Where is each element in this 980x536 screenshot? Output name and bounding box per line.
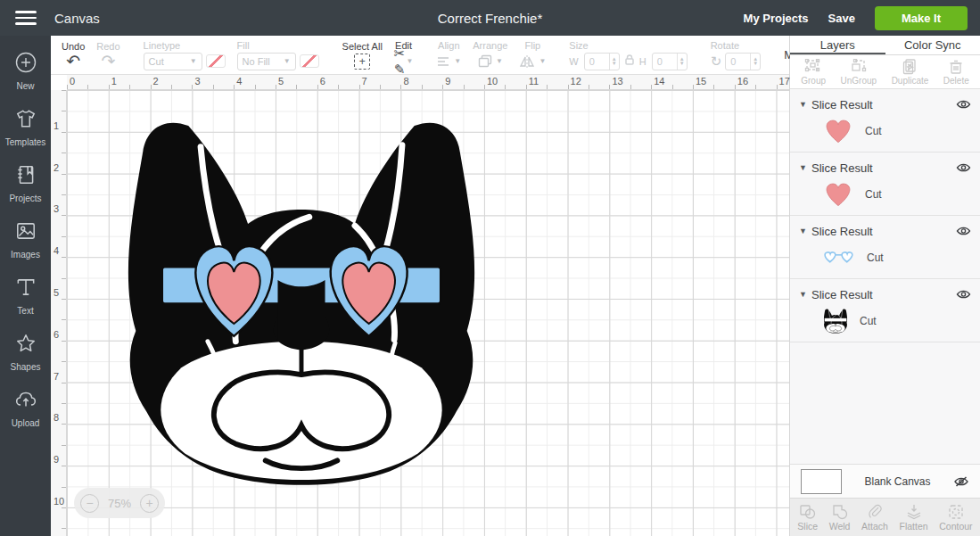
layer-group-header[interactable]: ▼ Slice Result	[790, 221, 980, 241]
ruler-number: 1	[54, 120, 59, 131]
ruler-number: 13	[612, 76, 622, 87]
fill-select[interactable]: No Fill▼	[237, 53, 296, 70]
ruler-number: 12	[571, 76, 581, 87]
fill-color-swatch[interactable]	[300, 54, 319, 68]
chevron-down-icon[interactable]: ▼	[799, 100, 811, 109]
contour-icon	[948, 504, 964, 520]
height-input[interactable]: 0▲▼	[652, 53, 688, 70]
tab-layers[interactable]: Layers	[790, 36, 885, 54]
layer-item-cut[interactable]: Cut	[790, 304, 980, 338]
sidebar-item-templates[interactable]: Templates	[0, 101, 51, 154]
ruler-number: 6	[54, 329, 59, 340]
sidebar-item-text[interactable]: Text	[0, 269, 51, 323]
ruler-number: 8	[403, 76, 408, 87]
edit-button[interactable]: Edit ✂✎▼	[394, 40, 414, 70]
rotate-group: Rotate ↻ 0▲▼	[711, 40, 762, 70]
vertical-ruler: 12345678910	[51, 90, 67, 536]
ruler-number: 17	[779, 76, 790, 87]
align-icon	[436, 55, 450, 68]
make-it-button[interactable]: Make It	[875, 6, 968, 30]
sidebar-item-shapes[interactable]: Shapes	[0, 326, 51, 379]
undo-button[interactable]: Undo ↶	[62, 41, 85, 70]
contour-button[interactable]: Contour	[939, 504, 972, 532]
ruler-number: 7	[362, 76, 367, 87]
linetype-group: Linetype Cut▼	[144, 40, 226, 70]
top-bar: Canvas Correct Frenchie* My Projects Sav…	[0, 0, 980, 36]
notebook-icon	[14, 163, 37, 190]
ruler-number: 4	[54, 245, 59, 256]
slice-button[interactable]: Slice	[797, 504, 818, 532]
ruler-number: 15	[696, 76, 706, 87]
size-group: Size W 0▲▼ H 0▲▼	[569, 40, 687, 70]
ruler-number: 2	[153, 76, 159, 87]
linetype-color-swatch[interactable]	[206, 54, 226, 68]
ruler-number: 9	[54, 454, 59, 465]
visibility-eye-icon[interactable]	[956, 289, 971, 300]
width-input[interactable]: 0▲▼	[584, 53, 620, 70]
frenchie-artwork[interactable]	[103, 120, 500, 485]
layer-group-header[interactable]: ▼ Slice Result	[790, 95, 980, 114]
flip-button[interactable]: Flip ▼	[519, 40, 546, 70]
weld-icon	[831, 504, 849, 520]
layer-group-4: ▼ Slice Result Cut	[790, 279, 980, 342]
align-button[interactable]: Align ▼	[436, 40, 461, 70]
ruler-number: 5	[54, 287, 59, 298]
visibility-eye-icon[interactable]	[956, 226, 971, 236]
rotate-input[interactable]: 0▲▼	[725, 53, 761, 70]
save-button[interactable]: Save	[828, 12, 855, 25]
upload-cloud-icon	[14, 388, 37, 415]
sidebar-item-upload[interactable]: Upload	[0, 382, 51, 435]
combine-toolbar: Slice Weld Attach Flatten Contour	[790, 498, 980, 536]
tab-color-sync[interactable]: Color Sync	[885, 36, 980, 54]
stepper-icon[interactable]: ▲▼	[609, 54, 619, 70]
duplicate-button[interactable]: Duplicate	[892, 59, 929, 86]
select-all-icon: +	[354, 54, 370, 70]
layer-item-cut[interactable]: Cut	[790, 241, 980, 275]
zoom-out-button[interactable]: −	[80, 494, 99, 513]
arrange-button[interactable]: Arrange ▼	[473, 40, 507, 70]
layer-group-1: ▼ Slice Result Cut	[790, 89, 980, 153]
layer-item-cut[interactable]: Cut	[790, 177, 980, 211]
redo-button[interactable]: Redo ↷	[96, 41, 119, 70]
flip-icon	[519, 55, 535, 68]
sidebar-item-new[interactable]: New	[0, 45, 51, 98]
stepper-icon[interactable]: ▲▼	[677, 54, 687, 70]
lock-icon[interactable]	[623, 54, 636, 70]
flatten-button[interactable]: Flatten	[900, 504, 928, 532]
ungroup-button[interactable]: UnGroup	[841, 59, 877, 86]
tshirt-icon	[14, 107, 37, 134]
ungroup-icon	[850, 59, 868, 75]
sidebar-item-projects[interactable]: Projects	[0, 157, 51, 210]
blank-canvas-row[interactable]: Blank Canvas	[790, 464, 980, 498]
layer-group-header[interactable]: ▼ Slice Result	[790, 158, 980, 177]
ruler-number: 4	[236, 76, 242, 87]
zoom-in-button[interactable]: +	[140, 494, 159, 513]
select-all-button[interactable]: Select All +	[342, 41, 383, 70]
visibility-eye-icon[interactable]	[956, 99, 971, 110]
visibility-eye-off-icon[interactable]	[953, 475, 969, 488]
stepper-icon[interactable]: ▲▼	[750, 54, 760, 70]
ruler-number: 10	[487, 76, 498, 87]
chevron-down-icon[interactable]: ▼	[799, 290, 811, 299]
layer-group-3: ▼ Slice Result Cut	[790, 216, 980, 279]
weld-button[interactable]: Weld	[829, 504, 851, 532]
group-button[interactable]: Group	[801, 59, 826, 86]
chevron-down-icon: ▼	[284, 57, 291, 65]
layer-item-cut[interactable]: Cut	[790, 114, 980, 148]
star-icon	[14, 332, 37, 359]
linetype-select[interactable]: Cut▼	[144, 53, 202, 70]
attach-button[interactable]: Attach	[861, 504, 888, 532]
design-canvas[interactable]	[67, 90, 789, 536]
delete-button[interactable]: Delete	[943, 59, 969, 86]
menu-icon[interactable]	[0, 7, 51, 29]
ruler-number: 0	[70, 76, 75, 87]
flatten-icon	[905, 504, 923, 520]
chevron-down-icon[interactable]: ▼	[799, 163, 811, 172]
chevron-down-icon[interactable]: ▼	[799, 227, 811, 235]
chevron-down-icon: ▼	[190, 57, 197, 65]
sidebar-item-images[interactable]: Images	[0, 213, 51, 267]
image-icon	[14, 219, 37, 246]
my-projects-link[interactable]: My Projects	[744, 12, 809, 25]
layer-group-header[interactable]: ▼ Slice Result	[790, 284, 980, 304]
visibility-eye-icon[interactable]	[956, 162, 971, 173]
